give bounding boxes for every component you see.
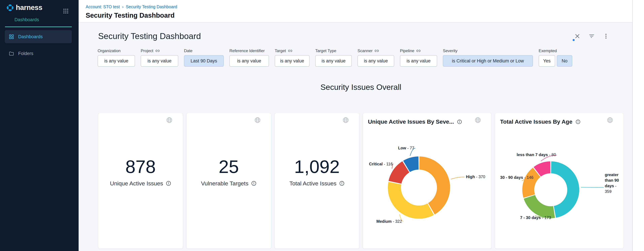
sidebar-item-dashboards[interactable]: Dashboards (5, 30, 72, 43)
scrollbar-track[interactable] (632, 0, 644, 251)
slice-leader-line (541, 155, 557, 161)
stat-label: Total Active Issues (289, 180, 336, 187)
link-icon (288, 49, 292, 53)
sidebar: harness Dashboards (0, 0, 78, 251)
donut-slice-7-30-days[interactable] (524, 195, 555, 218)
filter-value-target[interactable]: is any value (275, 55, 310, 67)
folder-icon (9, 51, 14, 56)
filter-label: Reference Identifier (230, 48, 264, 53)
stat-value: 1,092 (275, 157, 359, 177)
filter-value-target-type[interactable]: is any value (315, 55, 352, 67)
filter-label: Target Type (315, 48, 336, 53)
filter-value-severity[interactable]: is Critical or High or Medium or Low (443, 55, 533, 67)
stat-card-unique-active-issues: 878 Unique Active Issues (98, 113, 183, 249)
breadcrumb-page-link[interactable]: Security Testing Dashboard (126, 4, 177, 9)
link-icon (155, 49, 160, 53)
slice-leader-line (410, 148, 415, 156)
top-bar: Account: STO test › Security Testing Das… (78, 0, 632, 22)
stat-label: Unique Active Issues (110, 180, 163, 187)
info-icon[interactable] (339, 181, 344, 186)
link-icon (416, 49, 421, 53)
stat-card-total-active-issues: 1,092 Total Active Issues (275, 113, 359, 249)
filter-label: Date (184, 48, 192, 53)
page-title: Security Testing Dashboard (86, 11, 632, 19)
breadcrumb: Account: STO test › Security Testing Das… (86, 4, 632, 9)
filter-scanner: Scanner is any value (358, 48, 394, 67)
cursor-dot (573, 39, 575, 41)
harness-logo-icon[interactable] (6, 4, 14, 12)
cards-row: 878 Unique Active Issues 25 Vulnerable T… (98, 113, 624, 249)
exempted-no-button[interactable]: No (557, 55, 572, 67)
donut-slice-medium[interactable] (388, 182, 434, 219)
section-title: Security Issues Overall (98, 82, 624, 92)
breadcrumb-account-link[interactable]: Account: STO test (86, 4, 120, 9)
sidebar-item-label: Folders (18, 51, 33, 56)
filter-value-date[interactable]: Last 90 Days (184, 55, 224, 67)
app-root: harness Dashboards (0, 0, 644, 251)
filter-reference-identifier: Reference Identifier is any value (230, 48, 269, 67)
filter-date: Date Last 90 Days (184, 48, 224, 67)
sidebar-item-label: Dashboards (18, 34, 43, 39)
filter-value-reference-identifier[interactable]: is any value (230, 55, 269, 67)
sidebar-nav: Dashboards Folders (0, 30, 78, 60)
filter-label: Exempted (539, 48, 557, 53)
donut-chart-severity (363, 113, 491, 249)
product-name: Dashboards (14, 17, 78, 22)
stat-value: 25 (186, 157, 271, 177)
info-icon[interactable] (166, 181, 171, 186)
dashboard-actions (574, 33, 609, 39)
brand-name: harness (16, 4, 42, 11)
slice-leader-line (451, 177, 465, 179)
dashboard-panel: Security Testing Dashboard Or (78, 22, 632, 251)
globe-icon (342, 117, 349, 123)
more-options-icon[interactable] (603, 33, 609, 39)
filter-label: Pipeline (400, 48, 414, 53)
filter-label: Target (275, 48, 286, 53)
link-icon (374, 49, 379, 53)
dashboard-title: Security Testing Dashboard (98, 31, 201, 41)
chart-card-issues-by-severity: Unique Active Issues By Seve... High - 3… (363, 113, 491, 249)
sidebar-item-folders[interactable]: Folders (5, 47, 72, 60)
slice-leader-line (392, 164, 393, 169)
close-icon[interactable] (574, 33, 580, 39)
filter-icon[interactable] (588, 33, 595, 39)
app-launcher-icon[interactable] (63, 8, 69, 15)
filter-exempted: Exempted Yes No (539, 48, 572, 67)
dashboards-icon (9, 34, 14, 39)
stat-value: 878 (98, 157, 183, 177)
info-icon[interactable] (251, 181, 256, 186)
donut-chart-age (495, 113, 624, 249)
globe-icon (254, 117, 261, 123)
filter-target: Target is any value (275, 48, 310, 67)
exempted-yes-button[interactable]: Yes (539, 55, 555, 67)
filter-project: Project is any value (141, 48, 178, 67)
filter-value-scanner[interactable]: is any value (358, 55, 394, 67)
globe-icon (166, 117, 173, 123)
slice-leader-line (400, 214, 403, 221)
stat-card-vulnerable-targets: 25 Vulnerable Targets (186, 113, 271, 249)
filter-label: Project (141, 48, 153, 53)
chart-card-issues-by-age: Total Active Issues By Age greater than … (495, 113, 624, 249)
donut-slice-greater-than-90-days[interactable] (551, 161, 579, 218)
filter-label: Scanner (358, 48, 372, 53)
filter-value-project[interactable]: is any value (141, 55, 178, 67)
filter-label: Organization (98, 48, 120, 53)
filter-severity: Severity is Critical or High or Medium o… (443, 48, 533, 67)
filter-value-organization[interactable]: is any value (98, 55, 135, 67)
filter-value-pipeline[interactable]: is any value (400, 55, 437, 67)
filter-target-type: Target Type is any value (315, 48, 352, 67)
filter-label: Severity (443, 48, 458, 53)
filter-bar: Organization is any value Project is any… (98, 48, 572, 67)
breadcrumb-separator: › (122, 4, 124, 9)
stat-label: Vulnerable Targets (201, 180, 248, 187)
filter-organization: Organization is any value (98, 48, 135, 67)
filter-pipeline: Pipeline is any value (400, 48, 437, 67)
sidebar-accent-divider (5, 26, 72, 27)
